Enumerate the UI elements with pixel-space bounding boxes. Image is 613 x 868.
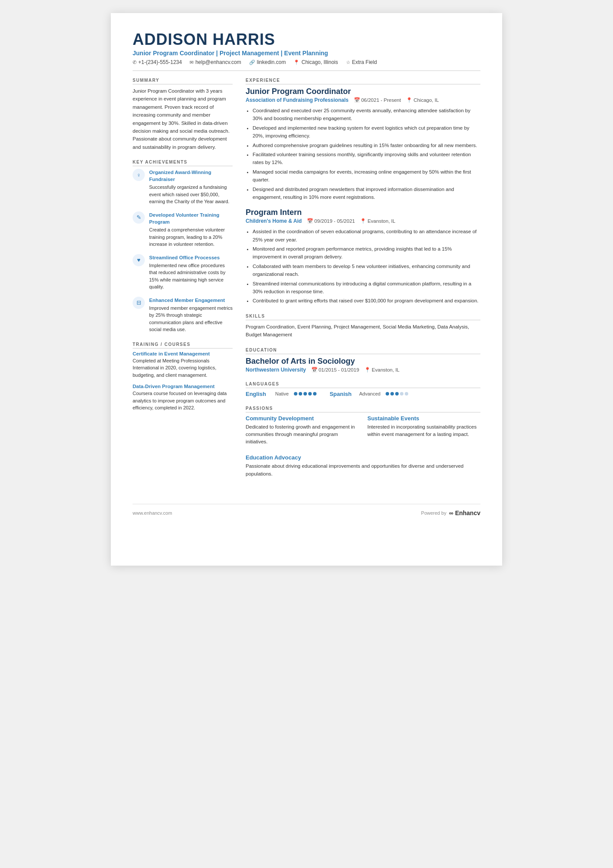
passion-title-3: Education Advocacy: [246, 454, 480, 461]
calendar-icon-edu: 📅: [311, 367, 317, 373]
achievement-icon-4: ⊟: [133, 297, 145, 309]
job-date-1: 📅 06/2021 - Present: [354, 97, 401, 103]
body-layout: SUMMARY Junior Program Coordinator with …: [133, 78, 480, 486]
footer-powered: Powered by ∞ Enhancv: [421, 509, 480, 516]
training-section: TRAINING / COURSES Certificate in Event …: [133, 342, 233, 412]
skills-section: SKILLS Program Coordination, Event Plann…: [246, 314, 480, 339]
training-title-1: Certificate in Event Management: [133, 351, 233, 356]
achievement-desc-3: Implemented new office procedures that r…: [149, 262, 233, 291]
dot: [395, 392, 399, 395]
achievement-item-4: ⊟ Enhanced Member Engagement Improved me…: [133, 297, 233, 333]
email-icon: ✉: [190, 60, 193, 65]
job-title-1: Junior Program Coordinator: [246, 87, 480, 96]
skills-text: Program Coordination, Event Planning, Pr…: [246, 323, 480, 339]
footer-logo: ∞ Enhancv: [449, 509, 480, 516]
contact-phone: ✆ +1-(234)-555-1234: [133, 59, 182, 65]
pin-icon-2: 📍: [360, 218, 366, 224]
bullet-2-5: Contributed to grant writing efforts tha…: [253, 297, 480, 305]
dot: [308, 392, 312, 395]
passion-desc-1: Dedicated to fostering growth and engage…: [246, 423, 359, 446]
training-item-1: Certificate in Event Management Complete…: [133, 351, 233, 379]
languages-section: LANGUAGES English Native: [246, 382, 480, 397]
training-item-2: Data-Driven Program Management Coursera …: [133, 384, 233, 412]
achievement-title-1: Organized Award-Winning Fundraiser: [149, 169, 233, 183]
bullet-1-3: Authored comprehensive program guideline…: [253, 141, 480, 149]
skills-label: SKILLS: [246, 314, 480, 320]
dot: [294, 392, 297, 395]
bullet-1-6: Designed and distributed program newslet…: [253, 185, 480, 201]
contact-location: 📍 Chicago, Illinois: [293, 59, 338, 65]
dot: [313, 392, 316, 395]
training-title-2: Data-Driven Program Management: [133, 384, 233, 389]
job-2: Program Intern Children's Home & Aid 📅 0…: [246, 208, 480, 305]
achievement-title-2: Developed Volunteer Training Program: [149, 211, 233, 225]
passion-education: Education Advocacy Passionate about driv…: [246, 454, 480, 478]
bullet-1-2: Developed and implemented new tracking s…: [253, 124, 480, 140]
candidate-title: Junior Program Coordinator | Project Man…: [133, 50, 480, 57]
lang-english: English Native: [246, 391, 316, 397]
contact-email: ✉ help@enhancv.com: [190, 59, 241, 65]
calendar-icon-2: 📅: [307, 218, 313, 224]
achievements-section: KEY ACHIEVEMENTS ♀ Organized Award-Winni…: [133, 160, 233, 333]
passion-sustainable: Sustainable Events Interested in incorpo…: [367, 415, 480, 446]
achievement-title-3: Streamlined Office Processes: [149, 254, 233, 261]
header: ADDISON HARRIS Junior Program Coordinato…: [133, 30, 480, 65]
bullet-2-1: Assisted in the coordination of seven ed…: [253, 228, 480, 244]
summary-text: Junior Program Coordinator with 3 years …: [133, 87, 233, 151]
edu-date: 📅 01/2015 - 01/2019: [311, 367, 359, 373]
job-title-2: Program Intern: [246, 208, 480, 217]
dot: [299, 392, 302, 395]
contact-linkedin: 🔗 linkedin.com: [249, 59, 286, 65]
achievements-label: KEY ACHIEVEMENTS: [133, 160, 233, 166]
phone-icon: ✆: [133, 60, 137, 65]
training-label: TRAINING / COURSES: [133, 342, 233, 349]
training-desc-2: Coursera course focused on leveraging da…: [133, 390, 233, 412]
bullet-2-4: Streamlined internal communications by i…: [253, 280, 480, 296]
bullet-1-1: Coordinated and executed over 25 communi…: [253, 107, 480, 123]
lang-level-spanish: Advanced: [359, 391, 380, 396]
job-company-2: Children's Home & Aid: [246, 218, 302, 224]
right-column: EXPERIENCE Junior Program Coordinator As…: [246, 78, 480, 486]
bullet-2-3: Collaborated with team members to develo…: [253, 262, 480, 278]
passion-community: Community Development Dedicated to foste…: [246, 415, 359, 446]
dot: [390, 392, 394, 395]
achievement-desc-1: Successfully organized a fundraising eve…: [149, 184, 233, 205]
footer: www.enhancv.com Powered by ∞ Enhancv: [133, 504, 480, 516]
achievement-desc-2: Created a comprehensive volunteer traini…: [149, 226, 233, 248]
achievement-item-3: ♥ Streamlined Office Processes Implement…: [133, 254, 233, 291]
job-meta-1: Association of Fundraising Professionals…: [246, 97, 480, 103]
passions-label: PASSIONS: [246, 406, 480, 412]
candidate-name: ADDISON HARRIS: [133, 30, 480, 49]
job-location-2: 📍 Evanston, IL: [360, 218, 395, 224]
achievement-item-2: ✎ Developed Volunteer Training Program C…: [133, 211, 233, 248]
training-desc-1: Completed at Meeting Professionals Inter…: [133, 357, 233, 379]
footer-website: www.enhancv.com: [133, 510, 172, 516]
dot: [303, 392, 307, 395]
achievement-item-1: ♀ Organized Award-Winning Fundraiser Suc…: [133, 169, 233, 205]
job-bullets-2: Assisted in the coordination of seven ed…: [246, 228, 480, 305]
dot: [386, 392, 389, 395]
star-icon: ☆: [346, 60, 350, 65]
languages-row: English Native Spanish Advanced: [246, 391, 480, 397]
linkedin-icon: 🔗: [249, 60, 255, 65]
lang-name-spanish: Spanish: [330, 391, 356, 397]
location-icon: 📍: [293, 60, 300, 65]
resume-page: ADDISON HARRIS Junior Program Coordinato…: [111, 13, 502, 566]
education-label: EDUCATION: [246, 348, 480, 354]
dot: [405, 392, 408, 395]
contact-bar: ✆ +1-(234)-555-1234 ✉ help@enhancv.com 🔗…: [133, 59, 480, 65]
enhancv-logo-icon: ∞: [449, 509, 453, 516]
contact-extra: ☆ Extra Field: [346, 59, 377, 65]
summary-label: SUMMARY: [133, 78, 233, 84]
job-company-1: Association of Fundraising Professionals: [246, 97, 349, 103]
job-1: Junior Program Coordinator Association o…: [246, 87, 480, 201]
lang-spanish: Spanish Advanced: [330, 391, 408, 397]
achievement-icon-2: ✎: [133, 211, 145, 224]
languages-label: LANGUAGES: [246, 382, 480, 388]
summary-section: SUMMARY Junior Program Coordinator with …: [133, 78, 233, 151]
achievement-desc-4: Improved member engagement metrics by 25…: [149, 305, 233, 333]
bullet-2-2: Monitored and reported program performan…: [253, 245, 480, 261]
job-meta-2: Children's Home & Aid 📅 09/2019 - 05/202…: [246, 218, 480, 224]
experience-label: EXPERIENCE: [246, 78, 480, 84]
job-location-1: 📍 Chicago, IL: [406, 97, 439, 103]
